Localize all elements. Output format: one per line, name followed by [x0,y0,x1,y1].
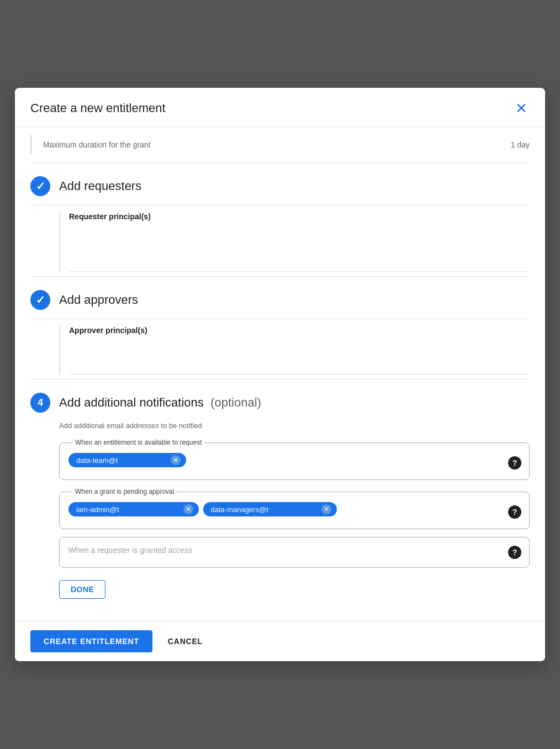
approvers-content: Approver principal(s) [60,326,530,374]
chip-iam-admin: iam-admin@t ✕ [68,502,199,516]
step-number: 4 [38,397,43,409]
chip-data-managers-input[interactable] [273,505,317,514]
max-duration-row: Maximum duration for the grant 1 day [30,127,530,163]
chip-iam-admin-label: iam-admin@t [76,505,119,514]
close-button[interactable]: ✕ [513,99,530,118]
dialog-footer: CREATE ENTITLEMENT CANCEL [15,621,545,661]
close-icon: ✕ [515,101,527,115]
done-button[interactable]: DONE [59,580,105,599]
available-fieldset: When an entitlement is available to requ… [59,439,530,480]
check-icon: ✓ [36,180,45,193]
granted-help-icon[interactable]: ? [508,546,521,559]
chip-data-managers: data-managers@t ✕ [203,502,337,516]
requesters-step-icon: ✓ [30,176,50,196]
notifications-subtitle: Add additional email addresses to be not… [59,421,530,430]
check-icon-2: ✓ [36,293,45,307]
notifications-header: 4 Add additional notifications (optional… [30,393,530,413]
pending-chips-row: iam-admin@t ✕ data-managers@t ✕ [68,502,520,520]
chip-data-team: data-team@t ✕ [68,453,186,467]
notifications-step-icon: 4 [30,393,50,413]
available-help-icon[interactable]: ? [508,456,521,470]
done-button-wrapper: DONE [59,576,530,608]
dialog-title: Create a new entitlement [30,101,166,115]
requesters-divider [30,205,530,205]
granted-placeholder: When a requester is granted access [68,546,192,555]
requesters-content: Requester principal(s) [60,212,530,272]
chip-data-team-input[interactable] [122,456,166,465]
requester-principal-label: Requester principal(s) [69,212,530,221]
cancel-button[interactable]: CANCEL [163,630,207,652]
pending-fieldset-wrapper: When a grant is pending approval iam-adm… [59,488,530,529]
approver-principal-label: Approver principal(s) [69,326,530,335]
requesters-header: ✓ Add requesters [30,176,530,196]
add-approvers-section: ✓ Add approvers Approver principal(s) [30,277,530,379]
create-entitlement-button[interactable]: CREATE ENTITLEMENT [30,630,152,652]
approvers-divider [30,319,530,319]
chip-data-managers-remove[interactable]: ✕ [321,504,331,514]
approvers-title: Add approvers [59,293,138,307]
dialog-header: Create a new entitlement ✕ [15,88,545,127]
notifications-optional: (optional) [210,395,261,409]
available-legend: When an entitlement is available to requ… [73,439,204,446]
max-duration-label: Maximum duration for the grant [43,140,502,149]
pending-fieldset: When a grant is pending approval iam-adm… [59,488,530,529]
add-notifications-section: 4 Add additional notifications (optional… [30,379,530,621]
available-fieldset-wrapper: When an entitlement is available to requ… [59,439,530,480]
approvers-body: Approver principal(s) [30,326,530,374]
requesters-body: Requester principal(s) [30,212,530,272]
chip-data-team-remove[interactable]: ✕ [171,455,181,465]
chip-data-team-label: data-team@t [76,456,118,465]
pending-help-icon[interactable]: ? [508,505,521,519]
chip-data-managers-label: data-managers@t [211,505,268,514]
pending-legend: When a grant is pending approval [73,488,176,495]
dialog-body: Maximum duration for the grant 1 day ✓ A… [15,127,545,621]
requesters-title: Add requesters [59,179,141,193]
chip-iam-admin-input[interactable] [124,505,179,514]
notifications-title-row: Add additional notifications (optional) [59,395,261,410]
available-chips-row: data-team@t ✕ [68,453,520,471]
approvers-header: ✓ Add approvers [30,290,530,310]
chip-iam-admin-remove[interactable]: ✕ [183,504,193,514]
left-bar [30,135,32,155]
approver-principal-field[interactable] [69,341,530,374]
create-entitlement-dialog: Create a new entitlement ✕ Maximum durat… [15,88,545,661]
requester-principal-field[interactable] [69,228,530,272]
granted-field-wrapper: When a requester is granted access ? [59,537,530,568]
add-requesters-section: ✓ Add requesters Requester principal(s) [30,163,530,277]
max-duration-value: 1 day [511,140,530,149]
granted-fieldset[interactable]: When a requester is granted access ? [59,537,530,568]
approvers-step-icon: ✓ [30,290,50,310]
notifications-title: Add additional notifications [59,395,204,409]
